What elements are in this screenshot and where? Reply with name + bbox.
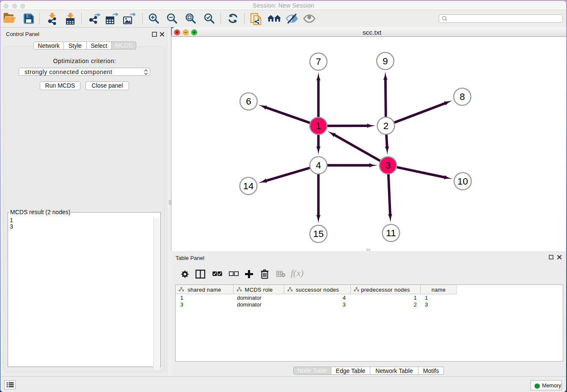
svg-text:8: 8 — [460, 91, 465, 102]
svg-text:11: 11 — [386, 228, 396, 238]
svg-text:15: 15 — [313, 229, 324, 239]
svg-text:1: 1 — [316, 121, 321, 131]
svg-text:9: 9 — [383, 56, 388, 66]
svg-text:7: 7 — [316, 56, 321, 67]
svg-text:4: 4 — [316, 160, 321, 171]
svg-text:6: 6 — [246, 96, 251, 107]
svg-text:3: 3 — [385, 160, 391, 171]
svg-text:10: 10 — [457, 176, 468, 187]
svg-text:2: 2 — [383, 121, 389, 131]
svg-text:14: 14 — [243, 181, 253, 191]
